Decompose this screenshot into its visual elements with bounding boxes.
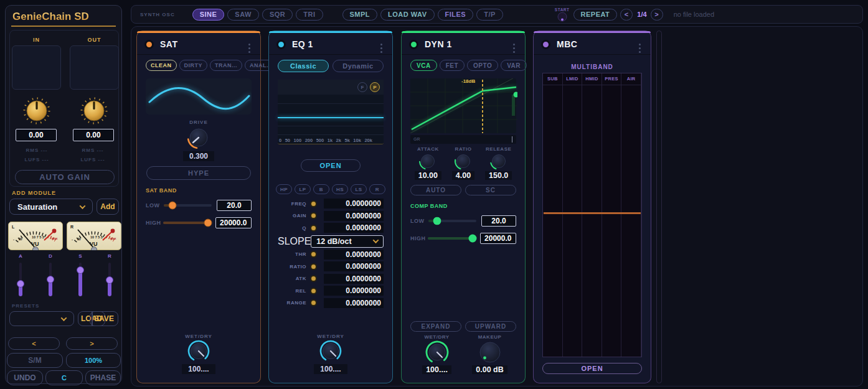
osc-tri-button[interactable]: TRI <box>296 9 323 21</box>
band-pres[interactable]: PRES <box>602 73 622 357</box>
dyn-tab-vca[interactable]: VCA <box>410 60 437 71</box>
rack-scrollbar[interactable] <box>656 30 662 383</box>
hype-button[interactable]: HYPE <box>146 166 251 180</box>
release-value[interactable]: 150.0 <box>485 171 512 180</box>
eq-graph[interactable]: F P 0501002005001k2k5k10k20k <box>278 80 384 144</box>
phase-button[interactable]: PHASE <box>85 370 121 385</box>
band-air[interactable]: AIR <box>621 73 641 357</box>
eq-freq-value[interactable]: 0.0000000 <box>324 199 384 209</box>
out-gain-knob[interactable] <box>79 96 109 126</box>
eq-thr-knob[interactable] <box>310 251 317 258</box>
dyn-high-value[interactable]: 20000.0 <box>480 233 516 244</box>
mbc-menu-icon[interactable] <box>636 42 643 47</box>
eq-q-knob[interactable] <box>310 225 317 232</box>
filter-hp-button[interactable]: HP <box>276 184 292 194</box>
ratio-value[interactable]: 4.00 <box>452 171 474 180</box>
add-module-button[interactable]: Add <box>97 199 119 215</box>
eq-range-value[interactable]: 0.0000000 <box>324 298 384 308</box>
chain-next-button[interactable]: > <box>66 337 118 350</box>
multiband-display[interactable]: SUB LMID HMID PRES AIR <box>542 73 642 357</box>
mbc-power-led[interactable] <box>541 40 550 49</box>
dyn-high-slider[interactable] <box>428 237 474 240</box>
chain-prev-button[interactable]: < <box>8 337 60 350</box>
files-button[interactable]: FILES <box>438 9 474 21</box>
eq-freq-knob[interactable] <box>310 200 317 207</box>
makeup-knob[interactable] <box>478 340 502 365</box>
eq-wetdry-value[interactable]: 100.... <box>314 364 347 374</box>
filter-r-button[interactable]: R <box>369 184 385 194</box>
band-lmid[interactable]: LMID <box>563 73 583 357</box>
save-button[interactable]: SAVE <box>90 311 118 326</box>
expand-button[interactable]: EXPAND <box>410 321 461 332</box>
band-hmid[interactable]: HMID <box>582 73 602 357</box>
eq-atk-knob[interactable] <box>310 275 317 282</box>
dyn-tab-var[interactable]: VAR <box>501 60 527 71</box>
zoom-level-button[interactable]: 100% <box>66 353 121 368</box>
eq-power-led[interactable] <box>276 40 286 49</box>
repeat-button[interactable]: REPEAT <box>573 9 618 21</box>
sat-low-slider[interactable] <box>164 204 212 207</box>
osc-sqr-button[interactable]: SQR <box>262 9 293 21</box>
band-sub[interactable]: SUB <box>543 73 563 357</box>
eq-gain-value[interactable]: 0.0000000 <box>324 211 384 221</box>
eq-gain-knob[interactable] <box>310 212 317 219</box>
eq-power-button[interactable]: P <box>370 82 380 92</box>
eq-q-value[interactable]: 0.0000000 <box>324 223 384 233</box>
tp-button[interactable]: T/P <box>476 9 503 21</box>
osc-saw-button[interactable]: SAW <box>227 9 259 21</box>
sat-high-slider[interactable] <box>163 222 210 224</box>
sat-wetdry-knob[interactable] <box>187 339 210 363</box>
sidechain-button[interactable]: SC <box>465 185 516 195</box>
sat-wetdry-value[interactable]: 100.... <box>182 364 215 374</box>
sat-power-led[interactable] <box>144 40 154 49</box>
eq-range-knob[interactable] <box>310 299 317 306</box>
eq-tab-classic[interactable]: Classic <box>278 60 329 72</box>
sat-tab-tran[interactable]: TRAN... <box>210 60 242 71</box>
eq-freeze-button[interactable]: F <box>357 82 367 92</box>
release-knob[interactable] <box>489 152 508 171</box>
out-gain-value[interactable]: 0.00 <box>73 129 114 141</box>
filter-ls-button[interactable]: LS <box>351 184 367 194</box>
attack-fader[interactable] <box>19 263 22 296</box>
page-next-button[interactable]: > <box>651 9 663 21</box>
undo-button[interactable]: UNDO <box>7 370 43 385</box>
sustain-fader[interactable] <box>79 263 82 296</box>
sample-button[interactable]: SMPL <box>342 9 378 21</box>
sat-tab-dirty[interactable]: DIRTY <box>179 60 208 71</box>
dyn-tab-opto[interactable]: OPTO <box>467 60 498 71</box>
dyn-low-value[interactable]: 20.0 <box>481 215 516 227</box>
eq-tab-dynamic[interactable]: Dynamic <box>333 60 384 72</box>
dyn-wetdry-knob[interactable] <box>425 340 450 365</box>
dyn-low-slider[interactable] <box>428 220 476 222</box>
sat-tab-clean[interactable]: CLEAN <box>146 60 177 71</box>
dyn-wetdry-value[interactable]: 100.... <box>422 365 451 374</box>
eq-rel-value[interactable]: 0.0000000 <box>324 286 384 296</box>
eq-thr-value[interactable]: 0.0000000 <box>324 250 384 260</box>
release-fader[interactable] <box>108 263 111 296</box>
eq-ratio-value[interactable]: 0.0000000 <box>324 261 384 271</box>
ratio-knob[interactable] <box>454 152 473 171</box>
sat-menu-icon[interactable] <box>246 42 253 47</box>
dyn-menu-icon[interactable] <box>511 42 517 47</box>
mbc-open-button[interactable]: OPEN <box>542 363 642 374</box>
in-gain-knob[interactable] <box>22 96 52 126</box>
auto-button[interactable]: AUTO <box>410 185 461 195</box>
preset-select[interactable] <box>9 311 74 326</box>
filter-lp-button[interactable]: LP <box>295 184 311 194</box>
band-threshold-line[interactable] <box>544 212 641 214</box>
makeup-value[interactable]: 0.00 dB <box>472 365 507 374</box>
drive-value[interactable]: 0.300 <box>183 151 214 161</box>
load-wav-button[interactable]: LOAD WAV <box>380 9 434 21</box>
decay-fader[interactable] <box>49 263 52 296</box>
eq-wetdry-knob[interactable] <box>319 339 342 363</box>
page-prev-button[interactable]: < <box>620 9 633 21</box>
filter-hs-button[interactable]: HS <box>332 184 348 194</box>
filter-bell-button[interactable]: B <box>313 184 329 194</box>
upward-button[interactable]: UPWARD <box>465 321 516 332</box>
eq-ratio-knob[interactable] <box>310 263 317 270</box>
eq-slope-select[interactable]: 12 dB/oct <box>311 235 384 248</box>
eq-open-button[interactable]: OPEN <box>301 159 361 172</box>
dyn-tab-fet[interactable]: FET <box>440 60 465 71</box>
auto-gain-button[interactable]: AUTO GAIN <box>15 170 115 184</box>
dyn-transfer-graph[interactable]: -18dB <box>410 78 516 133</box>
